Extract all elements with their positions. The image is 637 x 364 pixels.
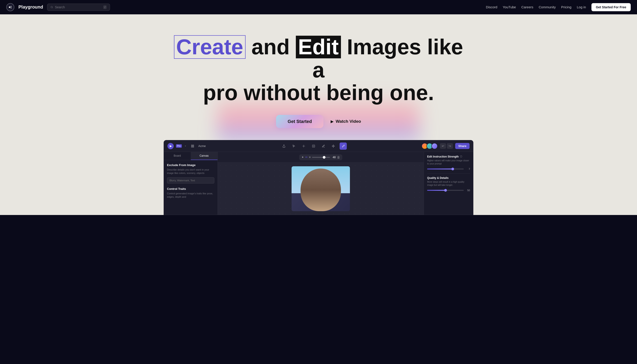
strength-slider-thumb[interactable] [452, 168, 454, 170]
toolbar-brush-icon[interactable] [340, 142, 347, 150]
search-shortcut: / [103, 6, 106, 9]
strength-slider-row: 7 [427, 168, 470, 170]
svg-point-9 [304, 146, 304, 146]
logo-icon[interactable] [6, 3, 14, 11]
app-pro-badge: Pro [176, 144, 182, 148]
strength-value: 7 [466, 168, 470, 170]
get-started-button[interactable]: Get Started [276, 115, 324, 128]
strength-title: Edit Instruction Strength ⓘ [427, 155, 470, 158]
undo-redo: ↩ ↪ [440, 143, 453, 149]
canvas-slider-thumb[interactable] [323, 156, 326, 159]
chevron-down-icon[interactable] [184, 145, 187, 148]
search-input[interactable] [55, 6, 102, 9]
toolbar-cursor-icon[interactable] [290, 142, 298, 150]
search-icon [50, 6, 53, 9]
canvas-edit-icon[interactable]: ✏ [305, 156, 308, 159]
play-icon: ▶ [330, 120, 333, 124]
svg-point-0 [9, 6, 10, 8]
nav-link-pricing[interactable]: Pricing [561, 5, 572, 9]
toolbar-pen-icon[interactable] [320, 142, 327, 150]
hero-section: Create and Edit Images like apro without… [0, 14, 637, 140]
hero-buttons: Get Started ▶ Watch Video [276, 115, 361, 128]
svg-rect-6 [191, 146, 192, 147]
navbar-left: Playground / [6, 3, 110, 11]
canvas-wand-icon[interactable]: ✦ [302, 156, 304, 159]
quality-title: Quality & Details [427, 176, 470, 180]
nav-link-careers[interactable]: Careers [522, 5, 533, 9]
svg-rect-4 [191, 145, 192, 146]
canvas-align-icon[interactable]: ≡ [309, 156, 311, 159]
tab-board[interactable]: Board [164, 152, 191, 160]
tab-canvas[interactable]: Canvas [191, 152, 218, 160]
toolbar-magic-icon[interactable] [330, 142, 337, 150]
strength-slider-fill [427, 168, 453, 170]
toolbar-share-icon[interactable] [280, 142, 288, 150]
search-bar[interactable]: / [47, 4, 110, 11]
exclude-input[interactable] [167, 177, 214, 184]
strength-slider[interactable] [427, 168, 464, 170]
app-toolbar-right: ↩ ↪ Share [422, 143, 470, 149]
nav-login[interactable]: Log in [577, 5, 586, 9]
avatar-group [422, 143, 438, 149]
quality-slider[interactable] [427, 190, 464, 191]
canvas-image [292, 166, 350, 211]
hero-edit-word: Edit [296, 36, 341, 58]
svg-point-3 [51, 6, 52, 8]
app-canvas: ✦ ✏ ≡ 48 🗑 [218, 152, 424, 215]
share-button[interactable]: Share [455, 143, 470, 149]
hero-create-word: Create [174, 35, 246, 59]
avatar-3 [432, 143, 438, 149]
sidebar-content: Exclude From Image Describe details you … [164, 160, 218, 204]
app-window: ▶ Pro Acme [164, 140, 473, 215]
toolbar-move-icon[interactable] [300, 142, 307, 150]
control-traits-title: Control Traits [167, 187, 214, 190]
app-toolbar-icons [280, 142, 347, 150]
panel-divider [427, 174, 470, 174]
navbar-right: Discord YouTube Careers Community Pricin… [486, 3, 631, 11]
control-traits-desc: Control generated image's traits like po… [167, 192, 214, 199]
canvas-toolbar: ✦ ✏ ≡ 48 🗑 [218, 152, 424, 163]
svg-rect-7 [193, 146, 194, 147]
canvas-delete-icon[interactable]: 🗑 [337, 156, 340, 159]
strength-desc: Higher values will make your image close… [427, 159, 470, 166]
canvas-tool-group: ✦ ✏ ≡ 48 🗑 [299, 154, 342, 160]
quality-value: 50 [466, 189, 470, 192]
canvas-number: 48 [333, 156, 336, 159]
app-preview-section: ▶ Pro Acme [0, 140, 637, 215]
svg-point-2 [10, 7, 12, 8]
nav-link-discord[interactable]: Discord [486, 5, 498, 9]
nav-link-youtube[interactable]: YouTube [503, 5, 516, 9]
undo-button[interactable]: ↩ [440, 143, 446, 149]
watch-video-label: Watch Video [336, 119, 361, 124]
navbar: Playground / Discord YouTube Careers Com… [0, 0, 637, 14]
app-body: Board Canvas Exclude From Image Describe… [164, 152, 473, 215]
svg-rect-5 [193, 145, 194, 146]
hero-title: Create and Edit Images like apro without… [172, 35, 464, 104]
toolbar-board-icon[interactable] [189, 142, 196, 150]
app-toolbar: ▶ Pro Acme [164, 140, 473, 152]
exclude-section-desc: Describe details you don't want in your … [167, 168, 214, 175]
nav-cta-button[interactable]: Get Started For Free [592, 3, 631, 11]
quality-slider-row: 50 [427, 189, 470, 192]
face-silhouette [300, 168, 341, 211]
quality-desc: More steps will result in a high quality… [427, 180, 470, 187]
sidebar-tabs: Board Canvas [164, 152, 218, 160]
hero-and-word: and [252, 35, 290, 59]
control-traits-section: Control Traits Control generated image's… [167, 187, 214, 199]
strength-info-icon[interactable]: ⓘ [460, 155, 462, 158]
svg-point-1 [10, 6, 12, 7]
watch-video-button[interactable]: ▶ Watch Video [330, 119, 361, 124]
quality-slider-fill [427, 190, 446, 191]
quality-slider-thumb[interactable] [444, 189, 447, 192]
redo-button[interactable]: ↪ [447, 143, 453, 149]
app-right-panel: Edit Instruction Strength ⓘ Higher value… [424, 152, 473, 215]
app-toolbar-left: ▶ Pro Acme [168, 142, 206, 150]
exclude-section-title: Exclude From Image [167, 163, 214, 167]
canvas-main[interactable] [218, 163, 424, 215]
app-sidebar: Board Canvas Exclude From Image Describe… [164, 152, 218, 215]
app-workspace-name: Acme [198, 144, 206, 148]
toolbar-add-icon[interactable] [310, 142, 317, 150]
logo-text: Playground [18, 4, 43, 10]
nav-link-community[interactable]: Community [539, 5, 556, 9]
canvas-slider[interactable] [312, 157, 330, 158]
